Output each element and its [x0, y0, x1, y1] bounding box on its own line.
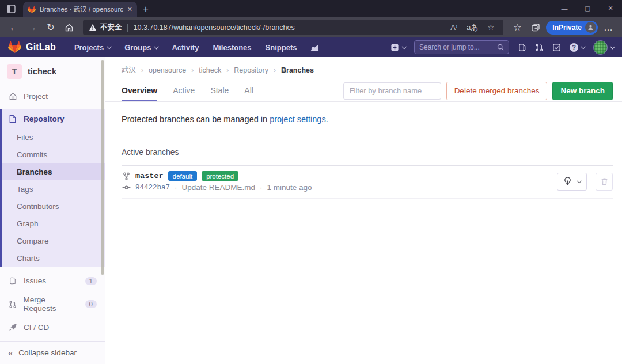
forward-icon: → [24, 20, 40, 36]
tab-all[interactable]: All [244, 80, 253, 101]
breadcrumb-subgroup[interactable]: opensource [149, 66, 186, 74]
sidebar-item-merge-requests[interactable]: Merge Requests 0 [0, 290, 105, 318]
sidebar-item-project[interactable]: Project [0, 87, 105, 106]
sidebar-item-repository[interactable]: Repository [2, 109, 105, 128]
browser-window: Branches · 武汉 / opensource / t ✕ + — ▢ ✕… [0, 0, 622, 364]
project-context[interactable]: T ticheck [0, 57, 105, 87]
file-icon [8, 115, 17, 123]
sidebar-item-commits[interactable]: Commits [2, 146, 105, 163]
trash-icon [601, 177, 608, 185]
protected-branches-notice: Protected branches can be managed in pro… [122, 102, 613, 138]
delete-merged-branches-button[interactable]: Delete merged branches [446, 82, 548, 100]
dot-separator: · [260, 183, 263, 192]
browser-tab[interactable]: Branches · 武汉 / opensource / t ✕ [23, 2, 137, 17]
breadcrumb-project[interactable]: ticheck [199, 66, 221, 74]
user-menu[interactable] [593, 40, 614, 55]
sidebar-item-branches[interactable]: Branches [2, 163, 105, 180]
security-indicator[interactable]: 不安全 [89, 22, 122, 32]
address-bar[interactable]: 不安全 | 10.3.70.187/wuhan/opensource/tiche… [83, 20, 503, 35]
inprivate-label: InPrivate [552, 24, 582, 32]
branch-filter-input[interactable] [343, 82, 441, 100]
security-label: 不安全 [100, 22, 122, 32]
protected-badge: protected [202, 171, 238, 181]
collections-icon[interactable] [528, 20, 544, 36]
chevron-right-icon: › [191, 66, 194, 74]
nav-groups-label: Groups [124, 43, 151, 52]
chevron-down-icon [577, 179, 581, 183]
breadcrumb-repository[interactable]: Repository [234, 66, 268, 74]
new-branch-button[interactable]: New branch [552, 82, 613, 100]
collapse-label: Collapse sidebar [18, 348, 77, 357]
nav-projects[interactable]: Projects [74, 43, 111, 52]
navbar-right: ? [390, 40, 614, 55]
delete-branch-button [596, 173, 613, 191]
collapse-sidebar-button[interactable]: « Collapse sidebar [0, 341, 105, 364]
todos-nav-icon[interactable] [552, 43, 561, 52]
mr-count-badge: 0 [85, 300, 97, 308]
new-menu[interactable] [390, 43, 405, 52]
nav-milestones[interactable]: Milestones [213, 43, 251, 52]
sidebar-item-tags[interactable]: Tags [2, 180, 105, 198]
tab-title: Branches · 武汉 / opensource / t [40, 5, 123, 14]
read-aloud-icon[interactable]: A⁾ [447, 23, 461, 32]
inprivate-badge[interactable]: InPrivate [546, 21, 598, 35]
search-input[interactable] [419, 43, 494, 51]
chevron-down-icon [401, 44, 406, 49]
nav-snippets[interactable]: Snippets [266, 43, 297, 52]
tab-overview[interactable]: Overview [122, 80, 157, 101]
refresh-icon[interactable]: ↻ [43, 20, 59, 36]
sidebar-item-contributors[interactable]: Contributors [2, 198, 105, 215]
analytics-chart-icon[interactable] [310, 43, 319, 52]
translate-icon[interactable]: aあ [465, 22, 479, 33]
nav-activity[interactable]: Activity [172, 43, 199, 52]
sidebar-item-files[interactable]: Files [2, 128, 105, 146]
nav-projects-label: Projects [74, 43, 104, 52]
warning-icon [89, 24, 97, 31]
tab-actions-icon[interactable] [0, 0, 22, 17]
download-branch-button[interactable] [557, 173, 587, 191]
project-settings-link[interactable]: project settings [270, 115, 326, 124]
maximize-button[interactable]: ▢ [576, 0, 599, 17]
favorites-star-icon[interactable]: ☆ [484, 23, 498, 32]
issues-nav-icon[interactable] [518, 43, 526, 52]
favorites-bar-icon[interactable]: ☆ [509, 20, 525, 36]
gitlab-wordmark[interactable]: GitLab [26, 42, 56, 52]
issues-icon [8, 276, 17, 285]
sidebar-item-label: Issues [24, 276, 46, 285]
issues-count-badge: 1 [85, 277, 97, 285]
gitlab-navbar: GitLab Projects Groups Activity Mileston… [0, 37, 622, 57]
close-button[interactable]: ✕ [599, 0, 622, 17]
help-menu[interactable]: ? [570, 43, 585, 52]
breadcrumb-group[interactable]: 武汉 [122, 65, 136, 75]
sidebar-item-cicd[interactable]: CI / CD [0, 318, 105, 337]
merge-request-icon [8, 300, 17, 309]
sidebar-item-graph[interactable]: Graph [2, 215, 105, 232]
sidebar-item-issues[interactable]: Issues 1 [0, 271, 105, 290]
url-text[interactable]: 10.3.70.187/wuhan/opensource/ticheck/-/b… [134, 24, 443, 32]
rocket-icon [8, 323, 17, 332]
tab-active[interactable]: Active [173, 80, 195, 101]
merge-request-nav-icon[interactable] [535, 43, 544, 52]
global-search[interactable] [414, 40, 509, 54]
help-icon: ? [570, 43, 578, 52]
commit-sha-link[interactable]: 94422ba7 [135, 184, 170, 192]
minimize-button[interactable]: — [553, 0, 576, 17]
browser-titlebar: Branches · 武汉 / opensource / t ✕ + — ▢ ✕ [0, 0, 622, 17]
nav-groups[interactable]: Groups [124, 43, 158, 52]
chevron-down-icon [107, 44, 112, 49]
sidebar-item-charts[interactable]: Charts [2, 249, 105, 267]
branch-info: master default protected 94422ba7 · U [122, 171, 312, 192]
tab-stale[interactable]: Stale [210, 80, 229, 101]
sidebar-item-compare[interactable]: Compare [2, 232, 105, 249]
branch-name-link[interactable]: master [135, 172, 164, 180]
tab-close-icon[interactable]: ✕ [127, 6, 132, 13]
new-tab-button[interactable]: + [137, 1, 154, 17]
sidebar-scrollbar[interactable] [101, 60, 104, 275]
home-icon[interactable] [61, 20, 77, 36]
back-icon[interactable]: ← [6, 20, 22, 36]
gitlab-logo[interactable] [8, 41, 21, 54]
browser-menu-icon[interactable]: … [600, 20, 616, 36]
breadcrumb-current: Branches [281, 66, 314, 74]
chevron-down-icon [581, 44, 585, 49]
plus-square-icon [390, 43, 399, 52]
